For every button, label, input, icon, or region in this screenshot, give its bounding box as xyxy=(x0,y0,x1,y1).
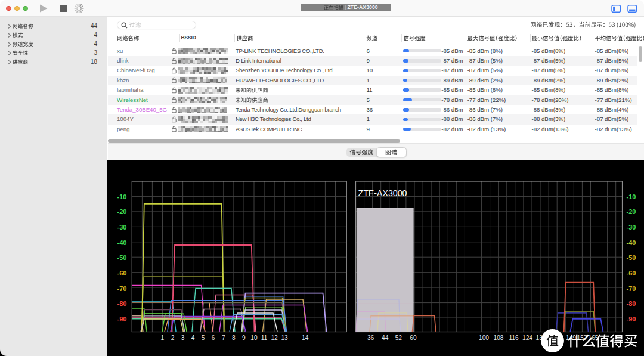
svg-text:-70: -70 xyxy=(627,284,636,292)
svg-text:9: 9 xyxy=(242,334,246,340)
svg-text:44: 44 xyxy=(382,334,389,340)
svg-text:-70: -70 xyxy=(117,284,127,292)
svg-text:10: 10 xyxy=(250,334,258,340)
svg-text:-40: -40 xyxy=(117,239,127,246)
svg-text:149: 149 xyxy=(566,334,576,340)
svg-text:60: 60 xyxy=(410,334,417,340)
svg-text:100: 100 xyxy=(479,334,489,340)
svg-text:-20: -20 xyxy=(627,208,636,215)
svg-text:165: 165 xyxy=(589,334,599,340)
svg-text:-10: -10 xyxy=(117,193,127,200)
svg-text:-20: -20 xyxy=(117,208,127,215)
svg-text:8: 8 xyxy=(232,334,236,340)
svg-text:-50: -50 xyxy=(627,254,636,261)
svg-text:2: 2 xyxy=(171,334,175,340)
svg-text:-50: -50 xyxy=(117,254,127,261)
svg-text:-90: -90 xyxy=(627,315,636,322)
svg-text:-80: -80 xyxy=(117,300,127,307)
svg-text:-10: -10 xyxy=(627,193,636,200)
svg-text:12: 12 xyxy=(271,334,278,340)
svg-text:ZTE-AX3000: ZTE-AX3000 xyxy=(358,188,407,198)
svg-text:6: 6 xyxy=(212,334,215,340)
svg-text:-60: -60 xyxy=(627,269,636,276)
svg-text:52: 52 xyxy=(395,334,402,340)
svg-text:14: 14 xyxy=(302,334,309,340)
svg-text:-90: -90 xyxy=(117,315,127,322)
svg-text:108: 108 xyxy=(494,334,504,340)
svg-text:1: 1 xyxy=(161,334,165,340)
svg-text:11: 11 xyxy=(261,334,268,340)
svg-text:-80: -80 xyxy=(627,300,636,307)
svg-text:-30: -30 xyxy=(627,224,636,231)
svg-text:-60: -60 xyxy=(117,269,127,276)
svg-text:36: 36 xyxy=(367,334,374,340)
svg-text:-40: -40 xyxy=(627,239,636,246)
svg-text:116: 116 xyxy=(509,334,519,340)
svg-text:157: 157 xyxy=(577,334,587,340)
svg-text:-30: -30 xyxy=(117,224,127,231)
svg-text:13: 13 xyxy=(281,334,288,340)
svg-text:4: 4 xyxy=(191,334,195,340)
svg-text:7: 7 xyxy=(222,334,225,340)
svg-text:124: 124 xyxy=(522,334,532,340)
svg-text:5: 5 xyxy=(202,334,205,340)
svg-text:3: 3 xyxy=(181,334,185,340)
